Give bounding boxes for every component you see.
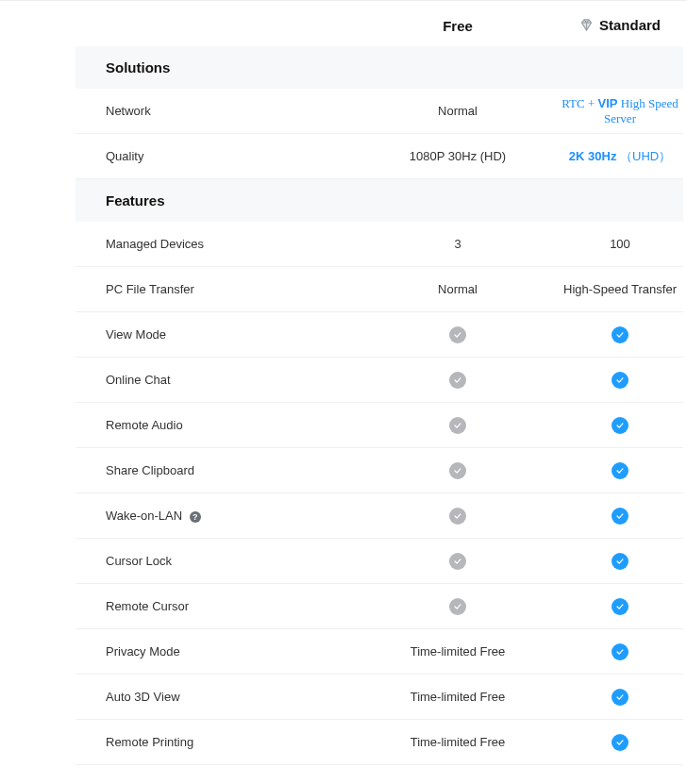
check-icon	[612, 643, 628, 660]
check-icon	[612, 734, 628, 751]
value-chat-free	[359, 372, 557, 389]
plan-header-standard-label: Standard	[599, 17, 661, 33]
label-network: Network	[75, 104, 359, 118]
value-viewmode-standard	[557, 326, 683, 343]
check-icon	[612, 372, 628, 389]
value-privacy-free: Time-limited Free	[359, 644, 557, 659]
row-remote-cursor: Remote Cursor	[75, 584, 683, 629]
check-icon	[612, 508, 628, 525]
label-remote-cursor: Remote Cursor	[75, 599, 359, 613]
row-view-mode: View Mode	[75, 312, 683, 358]
label-file-transfer: PC File Transfer	[75, 282, 359, 296]
row-share-clipboard: Share Clipboard	[75, 448, 683, 493]
row-remote-printing: Remote Printing Time-limited Free	[75, 720, 683, 765]
section-features: Features	[75, 179, 683, 222]
value-clipboard-free	[359, 462, 557, 479]
value-transfer-free: Normal	[359, 282, 557, 296]
value-remotecursor-standard	[557, 598, 683, 615]
check-icon	[612, 598, 628, 615]
value-managed-free: 3	[359, 237, 557, 251]
row-file-transfer: PC File Transfer Normal High-Speed Trans…	[75, 267, 683, 312]
row-privacy-mode: Privacy Mode Time-limited Free	[75, 629, 683, 675]
check-icon	[612, 326, 628, 343]
row-wake-on-lan: Wake-on-LAN ?	[75, 493, 683, 539]
diamond-icon	[579, 18, 594, 32]
value-auto3d-free: Time-limited Free	[359, 690, 557, 704]
value-managed-standard: 100	[557, 237, 683, 251]
check-icon	[612, 462, 628, 479]
plan-header-row: Free Standard	[75, 5, 683, 46]
check-icon	[449, 326, 466, 343]
value-quality-standard[interactable]: 2K 30Hz （UHD）	[557, 148, 683, 165]
value-audio-standard	[557, 417, 683, 434]
check-icon	[449, 508, 466, 525]
value-network-free: Normal	[359, 104, 557, 118]
plan-header-free: Free	[359, 18, 557, 34]
check-icon	[449, 372, 466, 389]
value-cursorlock-standard	[557, 553, 683, 570]
check-icon	[449, 417, 466, 434]
quality-std-main: 2K 30Hz	[569, 149, 617, 163]
value-viewmode-free	[359, 326, 557, 343]
plan-header-standard: Standard	[557, 17, 683, 35]
value-auto3d-standard	[557, 689, 683, 706]
value-transfer-standard: High-Speed Transfer	[557, 282, 683, 296]
network-std-bold: VIP	[598, 96, 618, 110]
row-network: Network Normal RTC + VIP High Speed Serv…	[75, 89, 683, 134]
label-remote-printing: Remote Printing	[75, 735, 359, 749]
value-remotecursor-free	[359, 598, 557, 615]
value-printing-free: Time-limited Free	[359, 735, 557, 749]
label-wake-on-lan: Wake-on-LAN ?	[75, 509, 359, 524]
value-privacy-standard	[557, 643, 683, 660]
value-wol-standard	[557, 508, 683, 525]
check-icon	[449, 553, 466, 570]
row-online-chat: Online Chat	[75, 358, 683, 403]
label-auto-3d-view: Auto 3D View	[75, 690, 359, 704]
value-cursorlock-free	[359, 553, 557, 570]
info-icon[interactable]: ?	[190, 511, 201, 523]
value-network-standard[interactable]: RTC + VIP High Speed Server	[557, 96, 683, 126]
row-remote-audio: Remote Audio	[75, 403, 683, 448]
label-remote-audio: Remote Audio	[75, 418, 359, 432]
label-view-mode: View Mode	[75, 327, 359, 342]
value-clipboard-standard	[557, 462, 683, 479]
value-printing-standard	[557, 734, 683, 751]
value-audio-free	[359, 417, 557, 434]
row-quality: Quality 1080P 30Hz (HD) 2K 30Hz （UHD）	[75, 134, 683, 179]
value-chat-standard	[557, 372, 683, 389]
value-wol-free	[359, 508, 557, 525]
row-auto-3d-view: Auto 3D View Time-limited Free	[75, 675, 683, 720]
row-managed-devices: Managed Devices 3 100	[75, 222, 683, 267]
label-online-chat: Online Chat	[75, 373, 359, 387]
label-privacy-mode: Privacy Mode	[75, 644, 359, 659]
check-icon	[612, 553, 628, 570]
label-share-clipboard: Share Clipboard	[75, 463, 359, 477]
quality-std-paren: （UHD）	[620, 149, 671, 163]
network-std-prefix: RTC +	[561, 96, 597, 110]
row-cursor-lock: Cursor Lock	[75, 539, 683, 584]
section-solutions: Solutions	[75, 46, 683, 89]
label-cursor-lock: Cursor Lock	[75, 554, 359, 568]
value-quality-free: 1080P 30Hz (HD)	[359, 149, 557, 163]
check-icon	[612, 417, 628, 434]
check-icon	[449, 598, 466, 615]
check-icon	[612, 689, 628, 706]
check-icon	[449, 462, 466, 479]
label-managed-devices: Managed Devices	[75, 237, 359, 251]
label-quality: Quality	[75, 149, 359, 163]
